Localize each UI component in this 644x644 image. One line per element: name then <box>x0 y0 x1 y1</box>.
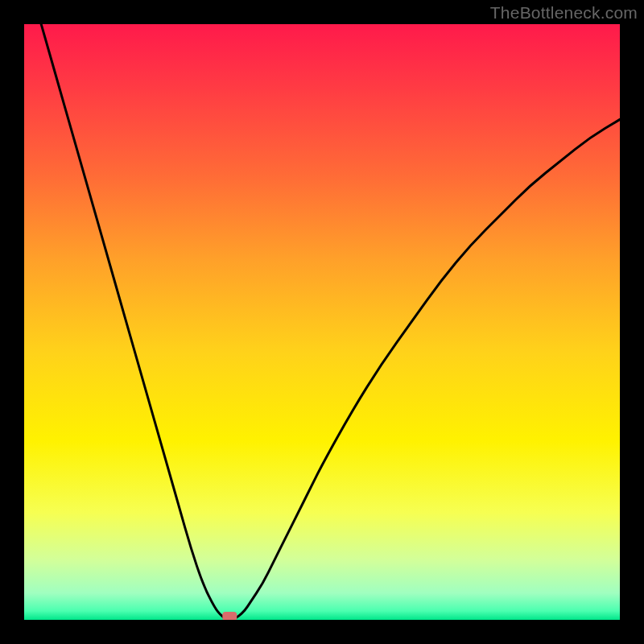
plot-svg <box>24 24 620 620</box>
gradient-background <box>24 24 620 620</box>
minimum-marker <box>222 612 237 620</box>
chart-container: TheBottleneck.com <box>0 0 644 644</box>
plot-area <box>24 24 620 620</box>
watermark-text: TheBottleneck.com <box>490 3 638 23</box>
